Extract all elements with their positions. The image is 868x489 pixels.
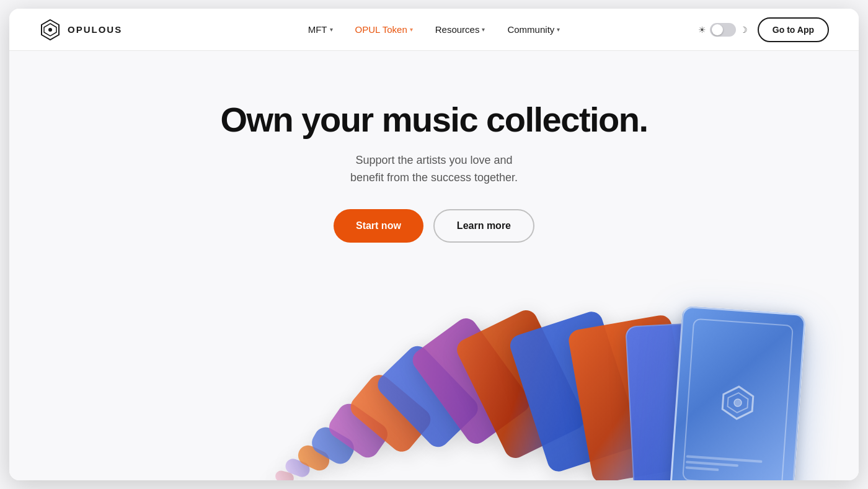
chevron-down-icon: ▾ — [557, 26, 560, 33]
card-container — [155, 269, 713, 480]
logo-icon — [39, 19, 61, 41]
card-logo-hex-icon — [718, 383, 758, 423]
start-now-button[interactable]: Start now — [334, 209, 423, 243]
goto-app-button[interactable]: Go to App — [758, 17, 829, 42]
main-content: Own your music collection. Support the a… — [9, 51, 859, 480]
moon-icon: ☽ — [740, 25, 748, 35]
logo-text: OPULOUS — [68, 24, 122, 35]
nav-item-resources[interactable]: Resources ▾ — [427, 19, 494, 40]
nav-item-mft[interactable]: MFT ▾ — [299, 19, 342, 40]
toggle-track[interactable] — [710, 23, 736, 37]
card-line-3 — [685, 466, 719, 471]
hero-subtitle: Support the artists you love and benefit… — [220, 151, 647, 187]
browser-frame: OPULOUS MFT ▾ OPUL Token ▾ Resources ▾ C… — [9, 9, 859, 480]
chevron-down-icon: ▾ — [330, 26, 333, 33]
chevron-down-icon: ▾ — [410, 26, 413, 33]
nav-item-opul[interactable]: OPUL Token ▾ — [347, 19, 422, 40]
nav-right: ☀ ☽ Go to App — [698, 17, 829, 42]
chevron-down-icon: ▾ — [482, 26, 485, 33]
navbar: OPULOUS MFT ▾ OPUL Token ▾ Resources ▾ C… — [9, 9, 859, 51]
cards-visual — [155, 269, 713, 480]
sun-icon: ☀ — [698, 25, 706, 35]
card-line-2 — [686, 460, 738, 467]
card-front — [670, 305, 806, 480]
nav-links: MFT ▾ OPUL Token ▾ Resources ▾ Community… — [299, 19, 569, 40]
logo[interactable]: OPULOUS — [39, 19, 122, 41]
svg-point-2 — [48, 28, 52, 32]
nav-item-community[interactable]: Community ▾ — [498, 19, 569, 40]
hero-section: Own your music collection. Support the a… — [220, 51, 647, 243]
hero-buttons: Start now Learn more — [220, 209, 647, 243]
hero-title: Own your music collection. — [220, 101, 647, 139]
svg-point-5 — [734, 399, 742, 407]
theme-toggle[interactable]: ☀ ☽ — [698, 23, 748, 37]
toggle-thumb — [712, 24, 723, 35]
learn-more-button[interactable]: Learn more — [433, 209, 534, 243]
